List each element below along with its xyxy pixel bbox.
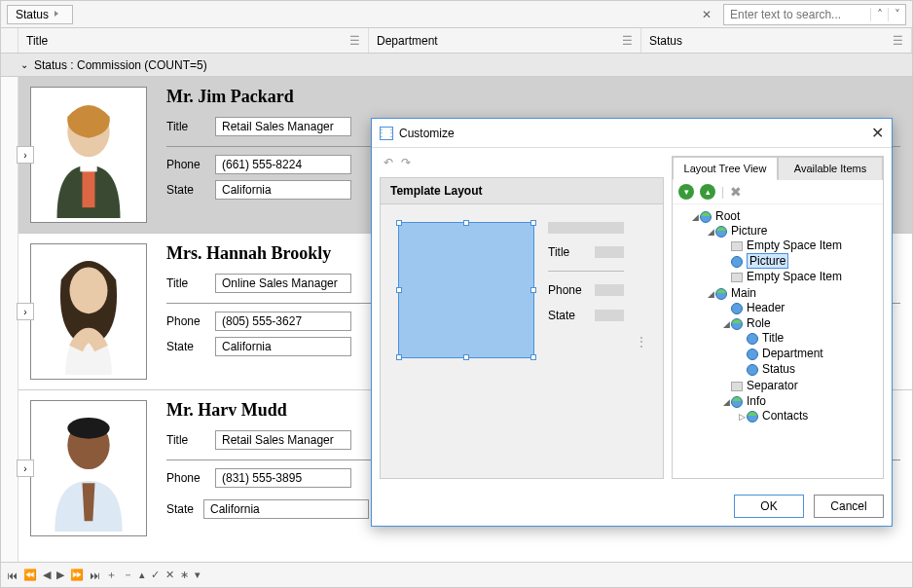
filter-icon[interactable]: ☰ <box>893 34 903 48</box>
tree-node[interactable]: Status <box>737 361 881 377</box>
group-expander-icon[interactable]: ⌄ <box>20 59 28 70</box>
phone-field[interactable]: (661) 555-8224 <box>215 155 351 174</box>
groupby-chip[interactable]: Status <box>7 5 73 24</box>
tree-node[interactable]: ◢Main Header ◢Role Title Department Stat… <box>706 285 881 425</box>
column-headers: Title ☰ Department ☰ Status ☰ <box>1 28 912 54</box>
dialog-icon: ⋮⋮ <box>380 127 393 140</box>
move-down-icon[interactable]: ▾ <box>678 184 694 200</box>
svg-rect-2 <box>83 165 95 207</box>
tree-node[interactable]: ◢Root ◢Picture Empty Space Item Picture … <box>690 208 881 426</box>
redo-icon[interactable]: ↷ <box>401 156 411 177</box>
sort-asc-icon <box>55 11 64 18</box>
col-department[interactable]: Department ☰ <box>369 28 641 53</box>
nav-prevpage-icon[interactable]: ⏪ <box>23 569 37 581</box>
avatar <box>30 243 147 380</box>
phone-field[interactable]: (805) 555-3627 <box>215 312 351 331</box>
tree-node-selected[interactable]: Picture <box>721 253 881 269</box>
nav-add-icon[interactable]: ＋ <box>106 568 117 582</box>
nav-cancel-icon[interactable]: ✕ <box>165 569 174 581</box>
tree-node[interactable]: ▷Contacts <box>737 408 881 423</box>
search-input[interactable] <box>724 5 870 24</box>
tab-layout-tree[interactable]: Layout Tree View <box>673 157 778 180</box>
col-status[interactable]: Status ☰ <box>641 28 912 53</box>
state-field[interactable]: California <box>203 499 369 519</box>
row-expander[interactable]: › <box>17 303 34 320</box>
nav-first-icon[interactable]: ⏮ <box>7 570 18 581</box>
groupby-chip-label: Status <box>16 8 49 21</box>
row-expander[interactable]: › <box>17 459 34 477</box>
dialog-titlebar[interactable]: ⋮⋮ Customize ✕ <box>372 119 892 148</box>
title-field[interactable]: Retail Sales Manager <box>215 430 351 450</box>
header-placeholder[interactable] <box>548 222 624 234</box>
group-row[interactable]: ⌄ Status : Commission (COUNT=5) <box>1 54 912 77</box>
phone-field[interactable]: (831) 555-3895 <box>215 468 351 488</box>
tree-node[interactable]: Empty Space Item <box>721 269 881 284</box>
filter-icon[interactable]: ☰ <box>622 34 633 48</box>
search-prev-icon[interactable]: ˄ <box>870 8 888 21</box>
tree-node[interactable]: ◢Picture Empty Space Item Picture Empty … <box>706 223 881 285</box>
tree-node[interactable]: Empty Space Item <box>721 238 881 253</box>
resize-grip-icon[interactable]: ⋮ <box>638 335 645 349</box>
dialog-title: Customize <box>399 127 871 140</box>
svg-rect-3 <box>80 164 96 172</box>
nav-last-icon[interactable]: ⏭ <box>90 570 100 581</box>
nav-filter-icon[interactable]: ▾ <box>195 569 201 581</box>
phone-placeholder[interactable] <box>595 284 624 296</box>
close-icon[interactable]: ✕ <box>871 124 884 142</box>
clear-search-icon[interactable]: ✕ <box>696 8 717 21</box>
dialog-right-panel: Layout Tree View Available Items ▾ ▴ | ✖… <box>672 156 884 479</box>
nav-refresh-icon[interactable]: ∗ <box>180 569 189 581</box>
cancel-button[interactable]: Cancel <box>814 495 884 518</box>
template-layout-panel: Template Layout Title Phone State ⋮ <box>380 177 664 479</box>
filter-bar: Status ✕ ˄ ˅ <box>1 1 912 28</box>
tab-available-items[interactable]: Available Items <box>778 157 883 180</box>
tree-node[interactable]: Header <box>721 300 881 315</box>
nav-check-icon[interactable]: ✓ <box>151 569 160 581</box>
record-navigator: ⏮ ⏪ ◀ ▶ ⏩ ⏭ ＋ － ▴ ✓ ✕ ∗ ▾ <box>1 562 912 587</box>
filter-icon[interactable]: ☰ <box>349 34 360 48</box>
col-title[interactable]: Title ☰ <box>18 28 369 53</box>
card-name: Mr. Jim Packard <box>166 87 900 107</box>
state-field[interactable]: California <box>215 180 351 200</box>
nav-nextpage-icon[interactable]: ⏩ <box>70 569 84 581</box>
nav-remove-icon[interactable]: － <box>123 568 133 582</box>
avatar <box>30 87 147 223</box>
title-field[interactable]: Retail Sales Manager <box>215 117 351 136</box>
undo-icon[interactable]: ↶ <box>383 156 393 177</box>
template-layout-header: Template Layout <box>381 178 663 204</box>
nav-next-icon[interactable]: ▶ <box>56 569 64 581</box>
search-box[interactable]: ˄ ˅ <box>723 4 906 25</box>
avatar <box>30 400 147 536</box>
nav-edit-icon[interactable]: ▴ <box>139 569 145 581</box>
state-placeholder[interactable] <box>595 310 624 321</box>
layout-tree: ◢Root ◢Picture Empty Space Item Picture … <box>673 204 883 478</box>
svg-point-9 <box>67 418 109 439</box>
tree-node[interactable]: Title <box>737 330 881 346</box>
group-label: Status : Commission (COUNT=5) <box>34 58 207 72</box>
customize-dialog: ⋮⋮ Customize ✕ ↶ ↷ Template Layout <box>371 118 893 527</box>
tree-node[interactable]: Department <box>737 346 881 361</box>
delete-icon[interactable]: ✖ <box>730 184 742 200</box>
move-up-icon[interactable]: ▴ <box>700 184 715 200</box>
tree-node[interactable]: Separator <box>721 378 881 393</box>
row-expander[interactable]: › <box>17 146 34 164</box>
svg-point-6 <box>70 268 108 314</box>
picture-placeholder[interactable] <box>398 222 534 358</box>
nav-prev-icon[interactable]: ◀ <box>43 569 51 581</box>
tree-node[interactable]: ◢Info ▷Contacts <box>721 393 881 424</box>
state-field[interactable]: California <box>215 337 351 356</box>
tree-node[interactable]: ◢Role Title Department Status <box>721 315 881 378</box>
ok-button[interactable]: OK <box>734 495 804 518</box>
title-placeholder[interactable] <box>595 246 624 258</box>
title-field[interactable]: Online Sales Manager <box>215 274 351 293</box>
search-next-icon[interactable]: ˅ <box>888 8 905 21</box>
